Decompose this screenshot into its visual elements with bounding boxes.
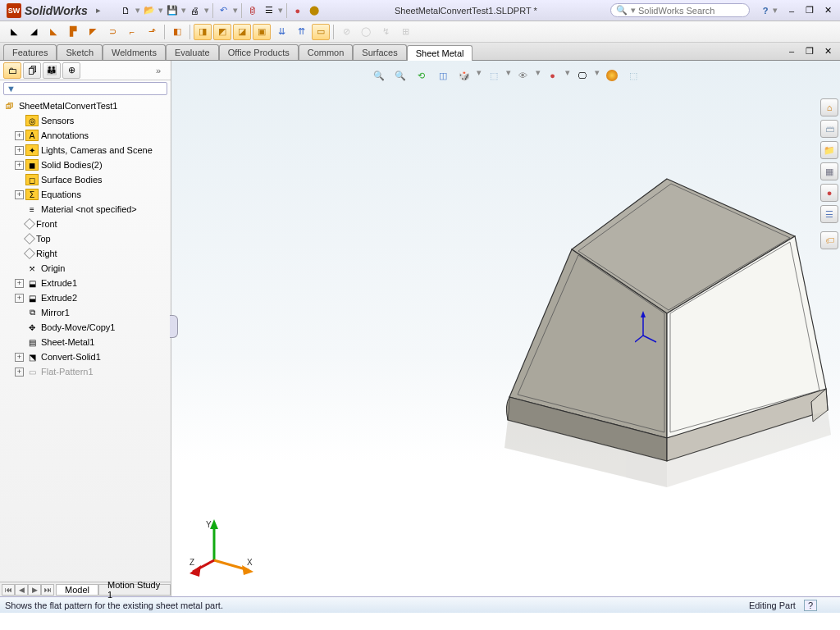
resources-button[interactable]: ⌂ [820,98,838,116]
expand-button[interactable]: + [15,146,24,155]
closed-corner-button[interactable]: ◧ [168,24,186,40]
hem-button[interactable]: ⊃ [103,24,121,40]
jog-button[interactable]: ⌐ [123,24,141,40]
tree-item[interactable]: ▤Sheet-Metal1 [0,335,171,349]
menu-dropdown[interactable]: ▸ [94,5,103,16]
miter-flange-button[interactable]: ◤ [84,24,102,40]
tab-weldments[interactable]: Weldments [103,44,166,60]
tree-item[interactable]: ✥Body-Move/Copy1 [0,320,171,335]
tree-item[interactable]: ≡Material <not specified> [0,202,171,217]
tab-sketch[interactable]: Sketch [57,44,103,60]
file-explorer-button[interactable]: 📁 [820,141,838,159]
nav-first-button[interactable]: ⏮ [2,584,15,596]
nav-prev-button[interactable]: ◀ [15,584,28,596]
design-library-button[interactable]: 🗃 [820,120,838,138]
tab-sheet-metal[interactable]: Sheet Metal [407,45,473,61]
rip-button[interactable]: ↯ [377,24,395,40]
addins-button[interactable]: ⬤ [307,3,322,18]
graphics-viewport[interactable]: 🔍 🔍 ⟲ ◫ 🎲 ▾ ⬚ ▾ 👁 ▾ ● ▾ 🖵 ▾ ⬚ ⌂ 🗃 📁 ▦ ● … [171,61,840,596]
open-button[interactable]: 📂 [142,3,157,18]
shadows-button[interactable]: ⬚ [624,67,642,84]
flatten-button[interactable]: ▭ [312,24,330,40]
config-manager-tab[interactable]: 👪 [43,62,61,79]
search-box[interactable]: 🔍 ▾ [610,3,750,17]
expand-button[interactable]: + [15,294,24,303]
tree-item[interactable]: +ΣEquations [0,187,171,202]
mdi-restore-button[interactable]: ❐ [802,43,817,58]
tree-item[interactable]: ⤧Origin [0,261,171,276]
forming-tool-button[interactable]: ◩ [213,24,231,40]
dimxpert-manager-tab[interactable]: ⊕ [62,62,80,79]
zoom-fit-button[interactable]: 🔍 [370,67,388,84]
mdi-close-button[interactable]: ✕ [820,43,835,58]
minimize-button[interactable]: – [784,3,799,18]
tab-office-products[interactable]: Office Products [219,44,299,60]
hide-show-button[interactable]: 👁 [514,67,532,84]
nav-next-button[interactable]: ▶ [28,584,41,596]
expand-button[interactable]: + [15,190,24,199]
tab-evaluate[interactable]: Evaluate [166,44,219,60]
tree-item[interactable]: ⧉Mirror1 [0,305,171,320]
fold-button[interactable]: ⇈ [292,24,310,40]
expand-button[interactable]: + [15,353,24,362]
tree-item[interactable]: +⬓Extrude2 [0,290,171,305]
corner-relief-button[interactable]: ◨ [194,24,212,40]
expand-button[interactable]: + [15,368,24,377]
expand-button[interactable]: + [15,131,24,140]
realview-button[interactable] [603,67,621,84]
zoom-area-button[interactable]: 🔍 [391,67,409,84]
tree-item[interactable]: ◎Sensors [0,113,171,128]
tree-item[interactable]: Right [0,246,171,261]
display-style-button[interactable]: ⬚ [485,67,503,84]
tree-item[interactable]: +✦Lights, Cameras and Scene [0,143,171,158]
lofted-bend-button[interactable]: ◣ [44,24,62,40]
search-input[interactable] [638,6,745,16]
tab-surfaces[interactable]: Surfaces [353,44,406,60]
vent-button[interactable]: ⊞ [396,24,414,40]
sketched-bend-button[interactable]: ⬏ [143,24,161,40]
reference-triad[interactable]: Y X Z [189,519,255,577]
tree-item[interactable]: +▭Flat-Pattern1 [0,364,171,379]
convert-solid-button[interactable]: ◢ [25,24,43,40]
expand-button[interactable]: + [15,279,24,288]
help-button[interactable]: ? [758,3,773,18]
insert-bends-button[interactable]: ◯ [357,24,375,40]
tree-item[interactable]: Front [0,217,171,231]
edge-flange-button[interactable]: ▛ [64,24,82,40]
nav-last-button[interactable]: ⏭ [41,584,54,596]
restore-button[interactable]: ❐ [802,3,817,18]
new-button[interactable]: 🗋 [119,3,134,18]
tree-item[interactable]: +⬓Extrude1 [0,276,171,290]
prev-view-button[interactable]: ⟲ [413,67,431,84]
close-button[interactable]: ✕ [820,3,835,18]
tree-item[interactable]: +⬔Convert-Solid1 [0,349,171,364]
tree-item[interactable]: ◻Surface Bodies [0,172,171,187]
undo-button[interactable]: ↶ [217,3,231,18]
unfold-button[interactable]: ⇊ [272,24,290,40]
model-tab[interactable]: Model [56,584,98,596]
view-settings-button[interactable]: 🖵 [573,67,591,84]
extruded-cut-button[interactable]: ◪ [233,24,251,40]
base-flange-button[interactable]: ◣ [5,24,23,40]
rebuild-button[interactable]: 🛢 [245,3,260,18]
no-bends-button[interactable]: ⊘ [337,24,355,40]
section-view-button[interactable]: ◫ [434,67,452,84]
appearance-scene-button[interactable]: ● [544,67,562,84]
simple-hole-button[interactable]: ▣ [253,24,271,40]
status-help-button[interactable]: ? [804,600,817,611]
tab-features[interactable]: Features [3,44,57,60]
expand-button[interactable]: + [15,161,24,170]
view-orient-button[interactable]: 🎲 [455,67,473,84]
flyout-handle[interactable] [170,315,178,338]
tab-common[interactable]: Common [299,44,354,60]
tree-filter-input[interactable]: ▼ [3,82,167,95]
tree-item[interactable]: +◼Solid Bodies(2) [0,158,171,172]
tree-item[interactable]: +AAnnotations [0,128,171,143]
options-button[interactable]: ☰ [262,3,276,18]
tree-root[interactable]: 🗊 SheetMetalConvertTest1 [0,98,171,113]
collapse-button[interactable]: » [156,66,167,75]
feature-manager-tab[interactable]: 🗀 [3,62,21,79]
appearance-button[interactable]: ● [290,3,305,18]
motion-study-tab[interactable]: Motion Study 1 [98,584,171,596]
mdi-minimize-button[interactable]: – [784,43,799,58]
